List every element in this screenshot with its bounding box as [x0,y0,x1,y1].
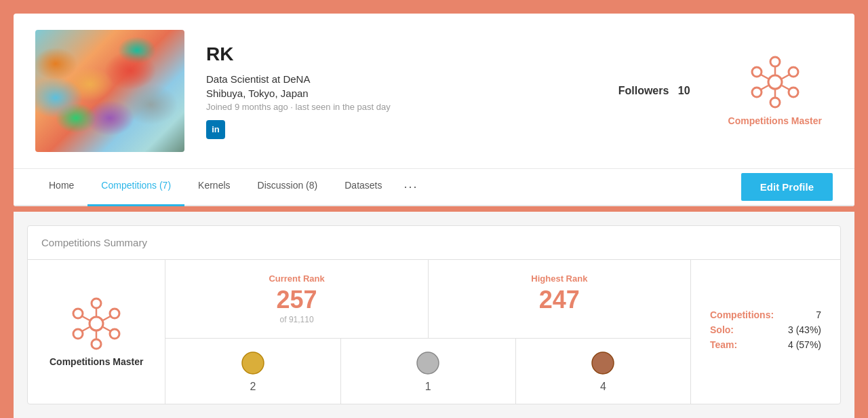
team-value: 4 (57%) [788,339,821,350]
svg-point-6 [768,75,782,89]
current-rank-sub: of 91,110 [182,315,411,324]
edit-profile-button[interactable]: Edit Profile [741,173,833,201]
svg-point-17 [73,329,83,339]
svg-line-25 [82,316,90,320]
silver-medal-box: 1 [341,339,516,404]
rank-section: Current Rank 257 of 91,110 Highest Rank … [165,260,690,339]
profile-header: RK Data Scientist at DeNA Shibuya, Tokyo… [14,14,854,169]
svg-point-13 [92,299,101,308]
stat-row-team: Team: 4 (57%) [710,339,821,350]
svg-line-21 [103,316,111,320]
svg-point-14 [110,309,119,318]
current-rank-label: Current Rank [182,273,411,284]
summary-badge-icon [69,297,123,351]
svg-line-8 [782,75,789,79]
profile-location: Shibuya, Tokyo, Japan [206,88,597,99]
tab-datasets[interactable]: Datasets [331,169,395,205]
highest-rank-value: 247 [445,288,674,312]
followers-text: Followers 10 [618,85,690,97]
summary-badge-label: Competitions Master [50,356,143,367]
bronze-medal-count: 4 [600,381,606,393]
current-rank-value: 257 [182,288,411,312]
summary-stats-col: Competitions: 7 Solo: 3 (43%) Team: 4 (5… [691,260,840,404]
nav-section: Home Competitions (7) Kernels Discussion… [14,169,854,206]
svg-point-0 [770,57,780,66]
profile-info: RK Data Scientist at DeNA Shibuya, Tokyo… [184,43,618,139]
team-label: Team: [710,339,737,350]
current-rank-box: Current Rank 257 of 91,110 [165,260,428,339]
tab-kernels[interactable]: Kernels [184,169,243,205]
solo-value: 3 (43%) [788,324,821,335]
medals-row: 2 1 [165,339,690,404]
svg-point-2 [789,88,798,97]
summary-card: Competitions Summary [27,225,841,404]
silver-medal-icon [414,349,441,377]
competitions-value: 7 [816,309,821,320]
summary-header: Competitions Summary [28,226,840,260]
bronze-medal-icon [589,349,616,377]
followers-section: Followers 10 [618,85,690,97]
svg-point-3 [770,98,780,107]
tab-home[interactable]: Home [35,169,87,205]
summary-body: Competitions Master Current Rank 257 of … [28,260,840,404]
profile-name: RK [206,43,597,65]
summary-ranks-col: Current Rank 257 of 91,110 Highest Rank … [165,260,691,404]
tab-discussion[interactable]: Discussion (8) [244,169,332,205]
bronze-medal-box: 4 [516,339,690,404]
profile-right: Followers 10 [618,44,833,138]
svg-point-18 [73,309,83,318]
svg-point-15 [110,329,119,339]
gold-medal-count: 2 [250,381,256,393]
nav-tabs: Home Competitions (7) Kernels Discussion… [35,169,730,205]
profile-title: Data Scientist at DeNA [206,73,597,85]
svg-point-4 [752,88,762,97]
highest-rank-label: Highest Rank [445,273,674,284]
competitions-label: Competitions: [710,309,774,320]
gold-medal-box: 2 [165,339,340,404]
header-badge-label: Competitions Master [728,115,822,127]
followers-count: 10 [678,85,690,96]
header-badge-section: Competitions Master [717,44,833,138]
svg-point-1 [789,67,798,77]
svg-point-19 [90,317,103,330]
main-card: RK Data Scientist at DeNA Shibuya, Tokyo… [14,14,854,206]
competitions-master-badge-icon [748,55,802,109]
svg-line-12 [761,75,768,79]
svg-point-5 [752,67,762,77]
linkedin-icon[interactable]: in [206,120,225,139]
svg-line-11 [761,86,768,90]
svg-line-22 [103,327,111,331]
content-area: Competitions Summary [14,212,854,418]
stat-row-solo: Solo: 3 (43%) [710,324,821,335]
highest-rank-box: Highest Rank 247 [429,260,690,339]
nav-more-button[interactable]: ··· [395,169,426,205]
silver-medal-count: 1 [425,381,431,393]
profile-joined: Joined 9 months ago · last seen in the p… [206,102,597,112]
svg-point-16 [92,339,101,349]
gold-medal-icon [239,349,267,377]
summary-badge-col: Competitions Master [28,260,165,404]
svg-line-9 [782,86,789,90]
solo-label: Solo: [710,324,734,335]
svg-line-24 [82,327,90,331]
tab-competitions[interactable]: Competitions (7) [87,169,184,206]
stat-row-competitions: Competitions: 7 [710,309,821,320]
avatar [35,30,184,152]
